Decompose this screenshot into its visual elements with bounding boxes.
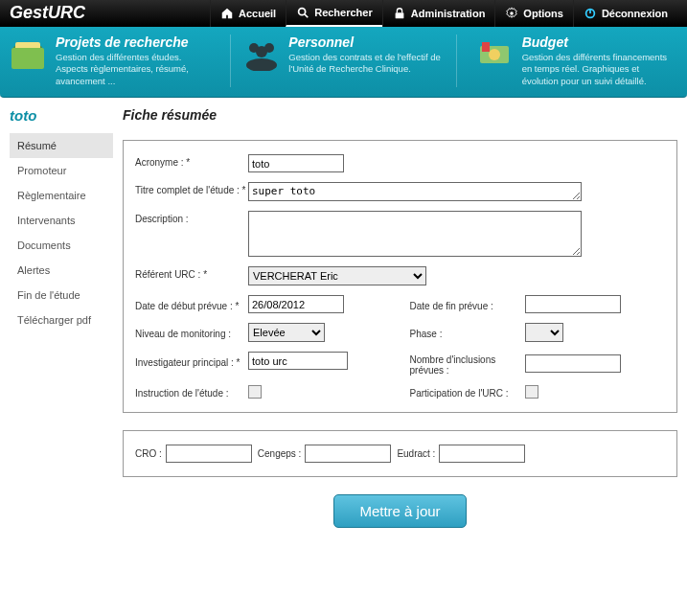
top-nav-bar: GestURC Accueil Rechercher Administratio…: [0, 0, 687, 27]
nav-admin[interactable]: Administration: [382, 0, 495, 27]
instruction-checkbox[interactable]: [248, 385, 262, 399]
nav-search-label: Rechercher: [314, 7, 373, 18]
people-icon: [242, 34, 281, 73]
sidebar: toto RésuméPromoteurRèglementaireInterve…: [10, 107, 113, 528]
svg-rect-8: [11, 48, 44, 69]
nav-search[interactable]: Rechercher: [286, 0, 382, 27]
svg-point-14: [489, 49, 500, 60]
monitoring-label: Niveau de monitoring :: [135, 326, 248, 339]
referent-select[interactable]: VERCHERAT Eric: [248, 266, 426, 285]
description-label: Description :: [135, 211, 248, 224]
sidebar-item-r-sum-[interactable]: Résumé: [10, 133, 113, 158]
sidebar-item-documents[interactable]: Documents: [10, 233, 113, 258]
phase-label: Phase :: [401, 326, 525, 339]
title-label: Titre complet de l'étude : *: [135, 182, 248, 195]
sidebar-item-fin-de-l-tude[interactable]: Fin de l'étude: [10, 283, 113, 308]
main-area: toto RésuméPromoteurRèglementaireInterve…: [0, 98, 687, 547]
inclusions-label: Nombre d'inclusions prévues :: [401, 352, 525, 376]
cat-projects-title: Projets de recherche: [56, 34, 211, 50]
end-date-input[interactable]: [525, 295, 621, 313]
money-icon: [476, 34, 515, 73]
inclusions-input[interactable]: [525, 354, 621, 373]
form-panel: Acronyme : * Titre complet de l'étude : …: [123, 140, 677, 413]
cat-budget[interactable]: Budget Gestion des différents financemen…: [476, 34, 677, 87]
investigator-input[interactable]: [248, 352, 348, 370]
page-title: Fiche résumée: [123, 107, 677, 123]
svg-rect-2: [395, 12, 403, 18]
nav-home-label: Accueil: [239, 8, 276, 19]
nav-options[interactable]: Options: [494, 0, 573, 27]
cat-personnel[interactable]: Personnel Gestion des contrats et de l'e…: [230, 34, 456, 87]
sidebar-item-t-l-charger-pdf[interactable]: Télécharger pdf: [10, 308, 113, 332]
cat-personnel-desc: Gestion des contrats et de l'effectif de…: [288, 52, 444, 76]
cengeps-label: Cengeps :: [258, 448, 302, 459]
sidebar-item-alertes[interactable]: Alertes: [10, 258, 113, 283]
svg-line-1: [305, 13, 309, 17]
cro-label: CRO :: [135, 448, 162, 459]
ids-panel: CRO : Cengeps : Eudract :: [123, 430, 677, 477]
instruction-label: Instruction de l'étude :: [135, 385, 248, 399]
cengeps-input[interactable]: [305, 445, 391, 463]
monitoring-select[interactable]: Elevée: [248, 323, 325, 342]
sidebar-item-promoteur[interactable]: Promoteur: [10, 158, 113, 183]
cat-personnel-title: Personnel: [288, 34, 444, 50]
investigator-label: Investigateur principal : *: [135, 354, 248, 368]
cat-projects-desc: Gestion des différentes études. Aspects …: [56, 52, 211, 87]
eudract-input[interactable]: [439, 445, 525, 463]
folder-icon: [10, 34, 48, 73]
gear-icon: [505, 7, 518, 20]
participation-checkbox[interactable]: [525, 385, 538, 399]
participation-label: Participation de l'URC :: [401, 385, 525, 399]
lock-icon: [393, 7, 406, 20]
start-date-label: Date de début prévue : *: [135, 298, 248, 311]
cro-input[interactable]: [166, 445, 252, 463]
search-icon: [296, 6, 309, 19]
category-bar: Projets de recherche Gestion des différe…: [0, 27, 687, 98]
svg-point-11: [256, 46, 267, 57]
cat-budget-title: Budget: [522, 34, 677, 50]
svg-point-12: [246, 58, 277, 71]
eudract-label: Eudract :: [397, 448, 435, 459]
nav-logout-label: Déconnexion: [602, 8, 668, 19]
app-title: GestURC: [10, 3, 210, 23]
main-nav: Accueil Rechercher Administration Option…: [210, 0, 677, 27]
sidebar-item-r-glementaire[interactable]: Règlementaire: [10, 183, 113, 208]
end-date-label: Date de fin prévue :: [401, 298, 525, 311]
referent-label: Référent URC : *: [135, 266, 248, 280]
acronym-input[interactable]: [248, 154, 344, 172]
phase-select[interactable]: [525, 323, 563, 342]
cat-budget-desc: Gestion des différents financements en t…: [522, 52, 677, 87]
nav-options-label: Options: [523, 8, 563, 19]
content: Fiche résumée Acronyme : * Titre complet…: [123, 107, 687, 528]
svg-rect-15: [482, 42, 490, 52]
svg-point-3: [511, 11, 515, 15]
title-input[interactable]: super toto: [248, 182, 582, 201]
nav-home[interactable]: Accueil: [210, 0, 286, 27]
sidebar-item-intervenants[interactable]: Intervenants: [10, 208, 113, 233]
cat-projects[interactable]: Projets de recherche Gestion des différe…: [10, 34, 211, 87]
nav-logout[interactable]: Déconnexion: [573, 0, 677, 27]
nav-admin-label: Administration: [411, 8, 486, 19]
description-input[interactable]: [248, 211, 582, 257]
sidebar-title: toto: [10, 107, 113, 124]
acronym-label: Acronyme : *: [135, 154, 248, 168]
start-date-input[interactable]: [248, 295, 344, 313]
power-icon: [584, 7, 597, 20]
update-button[interactable]: Mettre à jour: [333, 494, 466, 528]
home-icon: [220, 7, 234, 20]
svg-point-0: [299, 8, 306, 14]
